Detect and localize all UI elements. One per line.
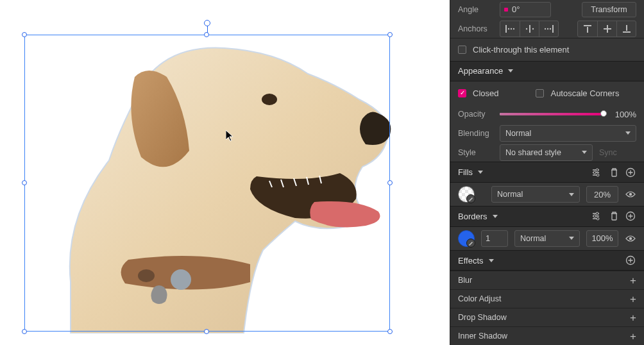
svg-point-11: [547, 28, 548, 29]
borders-trash-icon[interactable]: [608, 210, 620, 222]
clickthrough-checkbox[interactable]: [458, 46, 466, 54]
autoscale-label: Autoscale Corners: [550, 88, 619, 98]
resize-handle-tr[interactable]: [387, 32, 393, 37]
svg-point-5: [511, 28, 512, 29]
angle-value: 0°: [512, 4, 520, 14]
border-visibility-icon[interactable]: [625, 233, 636, 244]
chevron-down-icon: [489, 259, 494, 262]
anchors-label: Anchors: [458, 24, 493, 33]
svg-point-26: [593, 215, 596, 217]
blending-value: Normal: [505, 129, 531, 138]
svg-rect-15: [587, 27, 588, 33]
border-width-input[interactable]: 1: [481, 230, 508, 247]
resize-handle-br[interactable]: [387, 329, 393, 334]
fills-header[interactable]: Fills: [450, 162, 644, 183]
sync-button[interactable]: Sync: [599, 148, 617, 157]
closed-label: Closed: [473, 88, 498, 98]
anchor-top-button[interactable]: [578, 21, 597, 37]
svg-point-25: [596, 212, 598, 215]
rotate-handle[interactable]: [204, 20, 210, 26]
chevron-down-icon: [478, 171, 483, 174]
border-opacity-value: 100%: [591, 233, 613, 243]
blending-dropdown[interactable]: Normal: [500, 125, 636, 142]
chevron-down-icon: [508, 69, 513, 72]
effect-label: Inner Shadow: [458, 332, 507, 341]
fill-opacity-input[interactable]: 20%: [586, 186, 618, 203]
pencil-icon: [466, 239, 475, 248]
border-color-swatch[interactable]: [458, 230, 475, 247]
anchor-left-button[interactable]: [500, 21, 520, 37]
plus-icon: +: [630, 294, 636, 305]
pencil-icon: [466, 194, 475, 203]
effects-header[interactable]: Effects: [450, 250, 644, 271]
effect-label: Color Adjust: [458, 294, 501, 303]
opacity-label: Opacity: [458, 110, 493, 119]
effect-drop-shadow[interactable]: Drop Shadow+: [450, 308, 644, 326]
opacity-slider[interactable]: [500, 112, 604, 116]
resize-handle-tm[interactable]: [204, 32, 209, 37]
anchor-right-button[interactable]: [539, 21, 558, 37]
svg-point-20: [596, 169, 598, 171]
svg-point-29: [629, 237, 632, 239]
closed-checkbox[interactable]: [458, 89, 466, 97]
anchor-v-group: [577, 21, 636, 37]
plus-icon: +: [630, 275, 636, 286]
svg-rect-14: [584, 25, 591, 26]
resize-handle-bm[interactable]: [204, 329, 209, 334]
fill-blend-value: Normal: [497, 190, 523, 199]
svg-point-12: [549, 28, 550, 29]
border-opacity-input[interactable]: 100%: [586, 230, 618, 247]
style-label: Style: [458, 148, 493, 157]
svg-rect-3: [505, 25, 507, 33]
fill-color-swatch[interactable]: [458, 186, 475, 203]
borders-options-icon[interactable]: [591, 210, 603, 222]
opacity-value: 100%: [611, 110, 636, 119]
effects-title: Effects: [458, 256, 484, 265]
border-width-value: 1: [486, 233, 490, 243]
borders-add-icon[interactable]: [625, 210, 636, 222]
resize-handle-mr[interactable]: [387, 180, 393, 185]
resize-handle-ml[interactable]: [22, 180, 27, 185]
svg-point-10: [545, 28, 546, 29]
svg-point-7: [525, 28, 527, 29]
selection-bounding-box[interactable]: [24, 35, 390, 332]
borders-title: Borders: [458, 212, 487, 221]
appearance-header[interactable]: Appearance: [450, 61, 644, 82]
effect-color-adjust[interactable]: Color Adjust+: [450, 289, 644, 308]
svg-rect-13: [552, 25, 554, 33]
anchor-h-group: [500, 21, 559, 37]
chevron-down-icon: [625, 131, 631, 135]
fill-visibility-icon[interactable]: [625, 189, 636, 200]
fills-title: Fills: [458, 167, 473, 177]
borders-header[interactable]: Borders: [450, 206, 644, 227]
fills-options-icon[interactable]: [591, 167, 603, 178]
resize-handle-bl[interactable]: [22, 329, 27, 334]
style-dropdown[interactable]: No shared style: [500, 144, 593, 161]
chevron-down-icon: [569, 193, 574, 196]
fills-add-icon[interactable]: [625, 167, 636, 178]
clickthrough-label: Click-through this element: [473, 45, 569, 55]
style-value: No shared style: [505, 148, 561, 157]
chevron-down-icon: [493, 215, 498, 218]
effect-blur[interactable]: Blur+: [450, 271, 644, 289]
anchor-hcenter-button[interactable]: [520, 21, 539, 37]
angle-input[interactable]: 0°: [500, 2, 551, 17]
autoscale-checkbox[interactable]: [536, 89, 544, 97]
properties-panel: Angle 0° Transform Anchors Click-through…: [450, 0, 644, 345]
border-blend-dropdown[interactable]: Normal: [514, 230, 580, 247]
effects-add-icon[interactable]: [625, 255, 636, 266]
blending-label: Blending: [458, 129, 493, 138]
fill-blend-dropdown[interactable]: Normal: [491, 186, 580, 203]
resize-handle-tl[interactable]: [22, 32, 27, 37]
plus-icon: +: [630, 312, 636, 323]
anchor-vcenter-button[interactable]: [597, 21, 616, 37]
fills-trash-icon[interactable]: [608, 167, 620, 178]
effect-inner-shadow[interactable]: Inner Shadow+: [450, 326, 644, 345]
svg-point-22: [597, 174, 599, 176]
angle-label: Angle: [458, 5, 493, 14]
canvas-area[interactable]: [0, 0, 450, 345]
anchor-bottom-button[interactable]: [616, 21, 636, 37]
svg-point-9: [532, 28, 533, 29]
svg-point-24: [629, 193, 632, 196]
transform-button[interactable]: Transform: [582, 2, 636, 17]
